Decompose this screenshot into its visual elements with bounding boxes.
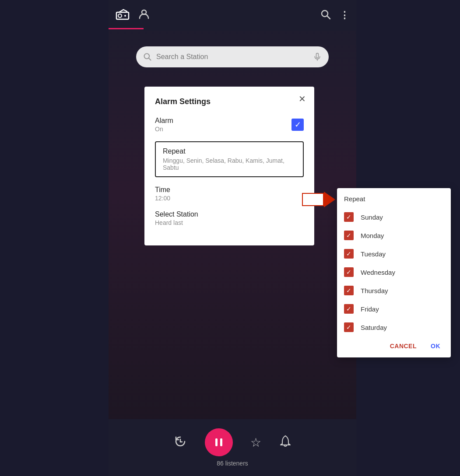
monday-label: Monday [361,232,384,239]
svg-line-9 [149,58,151,60]
wednesday-label: Wednesday [361,269,395,276]
tuesday-label: Tuesday [361,250,386,258]
arrow-head [324,192,335,207]
tuesday-checkbox: ✓ [344,249,354,259]
time-value: 12:00 [155,195,304,202]
wednesday-checkbox: ✓ [344,267,354,277]
star-icon[interactable]: ☆ [250,435,261,450]
cancel-button[interactable]: CANCEL [386,340,420,352]
svg-rect-10 [316,53,319,58]
monday-checkbox: ✓ [344,231,354,240]
alarm-status: On [155,126,173,133]
search-bar-container [109,39,356,74]
day-friday[interactable]: ✓ Friday [337,300,451,318]
top-bar-left [116,8,150,23]
day-monday[interactable]: ✓ Monday [337,226,451,245]
alarm-modal: ✕ Alarm Settings Alarm On ✓ Repeat Mingg… [144,87,314,245]
svg-rect-14 [215,438,218,446]
day-wednesday[interactable]: ✓ Wednesday [337,263,451,281]
saturday-label: Saturday [361,324,387,331]
time-label: Time [155,186,304,194]
dropdown-actions: CANCEL OK [337,336,451,357]
alarm-label-group: Alarm On [155,117,173,133]
friday-checkbox: ✓ [344,304,354,314]
pause-button[interactable] [205,428,233,456]
svg-rect-15 [220,438,222,446]
repeat-box[interactable]: Repeat Minggu, Senin, Selasa, Rabu, Kami… [155,141,304,177]
select-station-sub: Heard last [155,219,304,226]
alarm-checkbox[interactable]: ✓ [291,119,304,131]
thursday-checkbox: ✓ [344,286,354,295]
player-bar: ☆ 86 listeners [109,419,356,476]
search-icon-inner [143,52,152,61]
search-input[interactable] [156,53,309,61]
bell-icon[interactable] [279,434,292,450]
svg-rect-1 [118,14,122,18]
close-button[interactable]: ✕ [295,92,309,106]
profile-icon[interactable] [138,8,150,22]
select-station-section: Select Station Heard last [155,210,304,226]
modal-title: Alarm Settings [155,97,304,106]
saturday-checkbox: ✓ [344,322,354,332]
svg-line-7 [327,16,330,19]
more-icon[interactable]: ⋮ [340,10,349,21]
day-sunday[interactable]: ✓ Sunday [337,208,451,226]
repeat-dropdown-title: Repeat [337,195,451,208]
friday-label: Friday [361,305,379,313]
search-icon[interactable] [320,9,331,21]
day-saturday[interactable]: ✓ Saturday [337,318,451,336]
tab-indicator [109,28,144,29]
time-section: Time 12:00 [155,186,304,202]
arrow-box [302,193,324,206]
svg-point-2 [124,15,126,17]
top-bar-right: ⋮ [320,9,349,21]
repeat-dropdown: Repeat ✓ Sunday ✓ Monday ✓ Tuesday ✓ Wed… [337,188,451,357]
arrow-indicator [302,192,335,207]
alarm-label: Alarm [155,117,173,125]
top-bar: ⋮ [109,0,356,31]
history-icon[interactable] [173,434,187,450]
player-controls: ☆ [173,428,292,456]
search-bar [136,46,329,67]
select-station-label: Select Station [155,210,304,218]
day-tuesday[interactable]: ✓ Tuesday [337,245,451,263]
repeat-label: Repeat [163,147,296,155]
repeat-days-text: Minggu, Senin, Selasa, Rabu, Kamis, Juma… [163,157,296,171]
svg-line-4 [123,10,127,11]
radio-icon[interactable] [116,8,130,23]
day-thursday[interactable]: ✓ Thursday [337,281,451,300]
alarm-row: Alarm On ✓ [155,117,304,133]
sunday-checkbox: ✓ [344,212,354,222]
ok-button[interactable]: OK [427,340,444,352]
sunday-label: Sunday [361,214,383,221]
mic-icon [313,52,322,61]
listeners-count: 86 listeners [217,460,248,467]
thursday-label: Thursday [361,287,388,294]
